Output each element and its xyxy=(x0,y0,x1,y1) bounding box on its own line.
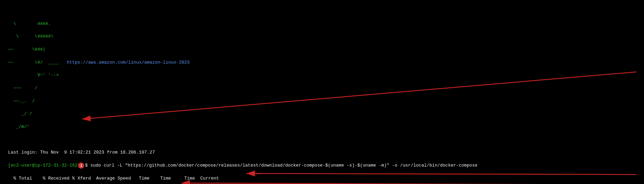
ascii-line-2: \ \#####\ xyxy=(8,34,54,39)
ascii-line-4: ~~ \#/ ____ https://aws.amazon.com/linux… xyxy=(8,60,190,65)
cmd1-text: $ sudo curl -L "https://github.com/docke… xyxy=(85,163,477,168)
ascii-line-8: _/ / xyxy=(8,111,32,116)
svg-line-2 xyxy=(246,173,636,174)
ascii-line-1: \ ####. xyxy=(8,21,51,26)
ascii-line-9: _/m/' xyxy=(8,124,29,129)
ascii-line-7: ~~._. / xyxy=(8,98,35,104)
badge-1: 1 xyxy=(78,162,84,169)
svg-line-1 xyxy=(82,72,636,119)
terminal-window: \ ####. \ \#####\ ~~ \###| ~~ \#/ ____ h… xyxy=(0,0,644,184)
annotation-arrows xyxy=(0,0,644,184)
cmd1-prompt: [ec2-user@ip-172-31-32-162 xyxy=(8,163,78,168)
curl-header-1: % Total % Received % Xferd Average Speed… xyxy=(8,176,219,181)
ascii-line-6: ~~~ / xyxy=(8,86,38,91)
aws-url: https://aws.amazon.com/linux/amazon-linu… xyxy=(67,60,190,65)
last-login-line: Last login: Thu Nov 9 17:02:21 2023 from… xyxy=(8,150,155,155)
ascii-line-5: V~' '--> xyxy=(8,73,59,78)
ascii-line-3: ~~ \###| xyxy=(8,47,46,52)
